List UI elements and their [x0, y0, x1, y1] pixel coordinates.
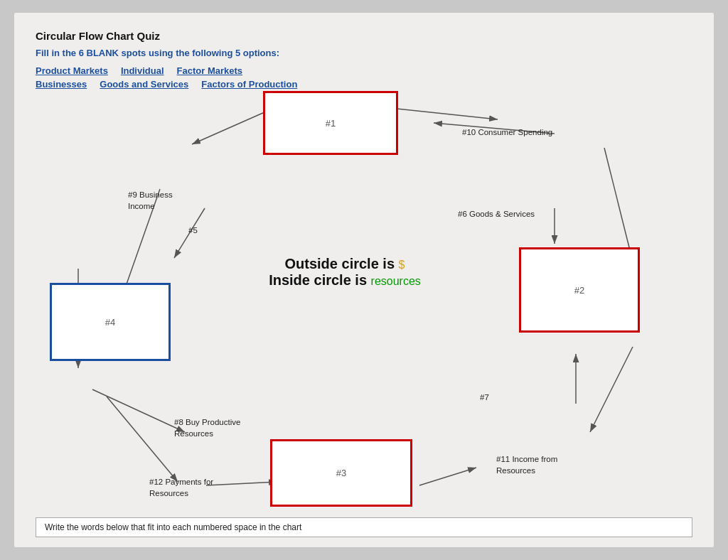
box-3-label: #3 — [336, 468, 346, 478]
page-title: Circular Flow Chart Quiz — [36, 30, 692, 42]
label-11-income-resources: #11 Income fromResources — [496, 453, 557, 476]
box-3[interactable]: #3 — [270, 439, 412, 507]
label-12-payments: #12 Payments forResources — [149, 476, 213, 499]
box-4[interactable]: #4 — [50, 283, 171, 361]
box-1-label: #1 — [326, 118, 336, 129]
inside-circle-text: Inside circle is — [269, 272, 370, 288]
outside-circle-text: Outside circle is — [285, 256, 399, 271]
options-row-1: Product Markets Individual Factor Market… — [36, 65, 692, 76]
box-4-label: #4 — [105, 317, 115, 328]
box-2-label: #2 — [574, 285, 584, 296]
box-1[interactable]: #1 — [263, 91, 398, 155]
bottom-note-text: Write the words below that fit into each… — [45, 522, 301, 532]
center-line-2: Inside circle is resources — [269, 272, 421, 289]
label-7: #7 — [480, 393, 489, 402]
label-9-business-income: #9 BusinessIncome — [128, 189, 173, 212]
label-5: #5 — [188, 226, 198, 235]
bottom-note: Write the words below that fit into each… — [36, 517, 692, 537]
page: Circular Flow Chart Quiz Fill in the 6 B… — [14, 13, 714, 547]
center-line-1: Outside circle is $ — [285, 256, 405, 272]
svg-line-8 — [206, 482, 277, 485]
label-10-consumer-spending: #10 Consumer Spending — [462, 128, 552, 136]
svg-line-9 — [419, 468, 476, 485]
center-text-area: Outside circle is $ Inside circle is res… — [242, 240, 448, 304]
option-individual: Individual — [121, 65, 164, 76]
svg-line-13 — [604, 148, 633, 262]
option-product-markets: Product Markets — [36, 65, 108, 76]
label-8-buy-productive: #8 Buy ProductiveResources — [174, 416, 240, 439]
svg-line-15 — [107, 397, 178, 482]
svg-line-7 — [92, 389, 185, 432]
svg-line-14 — [590, 347, 633, 432]
dollar-sign: $ — [399, 259, 405, 271]
resources-text: resources — [371, 275, 421, 287]
box-2[interactable]: #2 — [519, 247, 640, 333]
page-subtitle: Fill in the 6 BLANK spots using the foll… — [36, 48, 692, 58]
option-factor-markets: Factor Markets — [177, 65, 242, 76]
chart-area: #1 #2 #3 #4 Outside circle is $ Inside c… — [36, 84, 692, 532]
label-6-goods-services: #6 Goods & Services — [458, 210, 535, 218]
